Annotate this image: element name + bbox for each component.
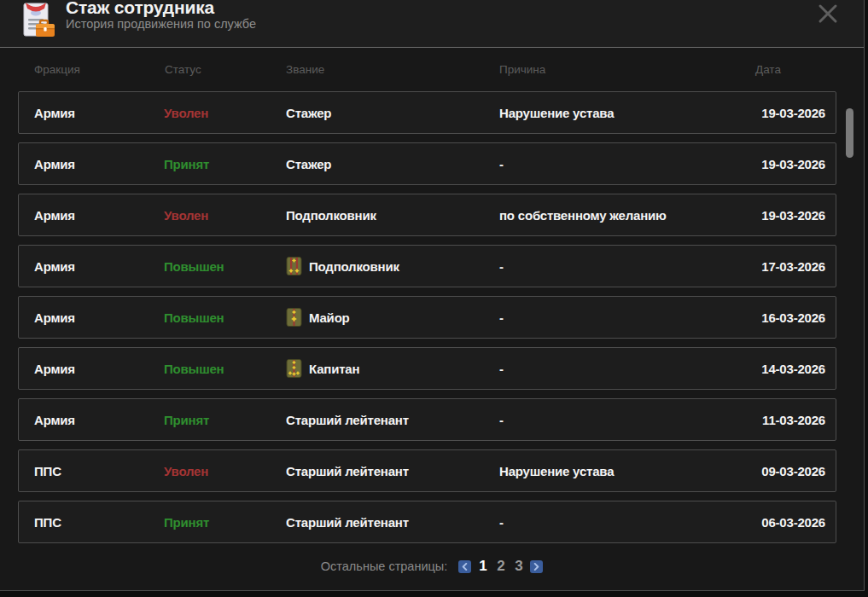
employee-history-modal: Стаж сотрудника История продвижения по с… — [0, 0, 865, 591]
table-row[interactable]: Армия Повышен Майор - 16-03-2026 — [18, 296, 836, 339]
status-cell: Уволен — [164, 450, 208, 491]
table-row[interactable]: Армия Принят Стажер - 19-03-2026 — [18, 142, 836, 185]
rank-cell: Стажер — [286, 143, 331, 184]
rank-cell: Старший лейтенант — [286, 399, 409, 440]
faction-cell: Армия — [34, 297, 75, 338]
page-number-2[interactable]: 2 — [497, 558, 504, 575]
table-row[interactable]: Армия Принят Старший лейтенант - 11-03-2… — [18, 398, 836, 441]
table-row[interactable]: Армия Повышен Капитан - 14-03-2026 — [18, 347, 836, 390]
date-cell: 16-03-2026 — [761, 297, 825, 338]
scrollbar[interactable] — [846, 91, 853, 543]
reason-cell: - — [499, 348, 504, 389]
faction-cell: ППС — [34, 501, 61, 542]
status-cell: Принят — [164, 143, 209, 184]
faction-cell: Армия — [34, 92, 75, 133]
modal-title: Стаж сотрудника — [66, 0, 214, 18]
column-header-3: Причина — [499, 63, 545, 76]
date-cell: 14-03-2026 — [761, 348, 825, 389]
date-cell: 17-03-2026 — [761, 246, 825, 287]
reason-cell: Нарушение устава — [499, 92, 614, 133]
table-row[interactable]: ППС Принят Старший лейтенант - 06-03-202… — [18, 501, 836, 543]
table-row[interactable]: Армия Повышен Подполковник - 17-03-2026 — [18, 245, 836, 287]
column-header-0: Фракция — [34, 63, 80, 76]
reason-cell: - — [499, 399, 504, 440]
status-cell: Уволен — [164, 92, 208, 133]
rank-cell: Капитан — [286, 348, 359, 389]
reason-cell: - — [499, 501, 504, 542]
faction-cell: Армия — [34, 348, 75, 389]
pagination: Остальные страницы: 123 — [0, 554, 864, 578]
pagination-label: Остальные страницы: — [321, 559, 448, 573]
table-row[interactable]: Армия Уволен Стажер Нарушение устава 19-… — [18, 91, 836, 134]
modal-subtitle: История продвижения по службе — [66, 17, 256, 31]
date-cell: 19-03-2026 — [761, 92, 825, 133]
rank-cell: Старший лейтенант — [286, 450, 409, 491]
epaulette-lt-colonel-icon — [286, 257, 302, 275]
page-numbers: 123 — [479, 558, 522, 575]
date-cell: 11-03-2026 — [762, 399, 825, 440]
column-header-2: Звание — [286, 63, 324, 76]
table-row[interactable]: Армия Уволен Подполковник по собственном… — [18, 194, 836, 236]
faction-cell: Армия — [34, 143, 75, 184]
column-header-1: Статус — [165, 63, 201, 76]
column-header-4: Дата — [755, 63, 781, 76]
rank-cell: Старший лейтенант — [286, 501, 409, 542]
status-cell: Принят — [164, 501, 209, 542]
reason-cell: - — [499, 143, 504, 184]
history-table: Армия Уволен Стажер Нарушение устава 19-… — [18, 91, 836, 552]
status-cell: Повышен — [164, 348, 224, 389]
close-icon[interactable] — [816, 2, 840, 26]
faction-cell: Армия — [34, 399, 75, 440]
table-header: ФракцияСтатусЗваниеПричинаДата — [18, 63, 836, 77]
date-cell: 19-03-2026 — [761, 143, 825, 184]
modal-header: Стаж сотрудника История продвижения по с… — [0, 0, 864, 48]
status-cell: Уволен — [164, 194, 208, 235]
reason-cell: по собственному желанию — [499, 194, 667, 235]
epaulette-major-icon — [286, 308, 302, 327]
date-cell: 19-03-2026 — [761, 194, 825, 235]
rank-cell: Подполковник — [286, 246, 399, 287]
rank-cell: Стажер — [286, 92, 331, 133]
chevron-left-icon[interactable] — [458, 560, 471, 573]
chevron-right-icon[interactable] — [530, 560, 543, 573]
table-row[interactable]: ППС Уволен Старший лейтенант Нарушение у… — [18, 449, 836, 492]
status-cell: Повышен — [164, 246, 224, 287]
faction-cell: ППС — [34, 450, 61, 491]
faction-cell: Армия — [34, 194, 75, 235]
rank-cell: Подполковник — [286, 194, 376, 235]
page-number-1[interactable]: 1 — [479, 558, 486, 575]
reason-cell: Нарушение устава — [499, 450, 614, 491]
faction-cell: Армия — [34, 246, 75, 287]
date-cell: 06-03-2026 — [761, 501, 825, 542]
page-number-3[interactable]: 3 — [515, 558, 522, 575]
date-cell: 09-03-2026 — [761, 450, 825, 491]
document-briefcase-icon — [16, 2, 57, 39]
reason-cell: - — [499, 246, 504, 287]
epaulette-captain-icon — [286, 359, 302, 378]
status-cell: Принят — [164, 399, 209, 440]
scrollbar-thumb[interactable] — [846, 108, 853, 158]
reason-cell: - — [499, 297, 504, 338]
rank-cell: Майор — [286, 297, 350, 338]
status-cell: Повышен — [164, 297, 224, 338]
